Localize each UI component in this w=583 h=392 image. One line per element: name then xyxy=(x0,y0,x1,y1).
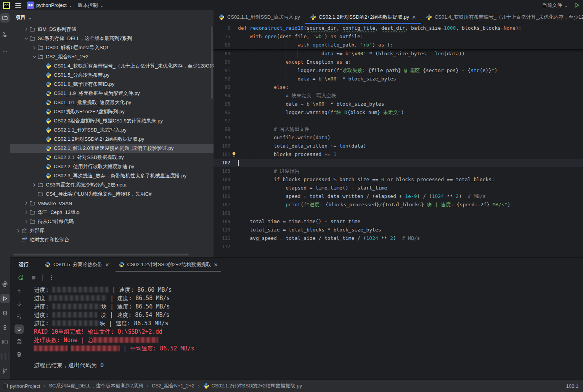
more-vertical-icon[interactable] xyxy=(47,273,56,282)
tree-item[interactable]: CS02.2.1_针对SSD数据提取.py xyxy=(10,153,214,162)
stop-icon[interactable] xyxy=(29,273,38,282)
code-line[interactable]: 108 xyxy=(214,209,583,217)
chevron-right-icon[interactable] xyxy=(23,200,29,206)
chevron-right-icon[interactable] xyxy=(23,26,29,32)
tree-item[interactable]: 外部库 xyxy=(10,226,214,235)
editor-tab[interactable]: CS02.1.1_针对SSD_流式写入.py xyxy=(214,10,305,24)
tree-horizontal-scrollbar[interactable] xyxy=(13,254,189,255)
tree-item[interactable]: CS4_导出客户LUN为镜像文件_待转移，先用C# xyxy=(10,190,214,199)
tree-item[interactable]: CS2_组合N+1_2+2 xyxy=(10,52,214,61)
tree-vertical-scrollbar[interactable] xyxy=(211,26,213,99)
code-line[interactable]: 90except Exception as e: xyxy=(214,58,583,66)
breadcrumb-item[interactable]: SC系列存储_DELL，这个版本最高到7系列 xyxy=(49,382,143,389)
close-icon[interactable]: ✕ xyxy=(105,262,109,267)
intention-bulb-icon[interactable] xyxy=(230,150,238,159)
tree-item[interactable]: CS02.1.2针对SSD的2+2结构数据提取.py xyxy=(10,135,214,144)
close-icon[interactable]: ✕ xyxy=(214,262,218,267)
arrow-up-icon[interactable] xyxy=(14,287,24,296)
code-line[interactable]: 102 xyxy=(214,159,583,167)
tree-item[interactable]: CS01.6_赋予所有条带ID.py xyxy=(10,80,214,89)
code-area[interactable]: 89data += b'\x00' * (block_size_bytes - … xyxy=(214,50,583,257)
chevron-right-icon[interactable] xyxy=(31,45,37,51)
python-packages-icon[interactable] xyxy=(0,280,10,289)
tree-item[interactable]: CS01提取N+1or2+2虚拟阵列.py xyxy=(10,107,214,116)
tree-item[interactable]: CS00_解析0层meta导入SQL xyxy=(10,43,214,52)
code-line[interactable]: 110total_size = total_blocks * block_siz… xyxy=(214,226,583,234)
code-line[interactable]: 96logger.warning(f"块 D{block_num} 未定义") xyxy=(214,108,583,117)
trash-icon[interactable] xyxy=(14,350,24,359)
vcs-widget[interactable]: 版本控制 ⌄ xyxy=(78,2,104,9)
tree-item[interactable]: CS02.3_再次提速_放弃，条带随机性太多了机械盘速度慢.py xyxy=(10,171,214,180)
breadcrumb-item[interactable]: CS2_组合N+1_2+2 xyxy=(152,382,194,389)
code-line[interactable]: 98# 写入输出文件 xyxy=(214,125,583,133)
scroll-to-end-icon[interactable] xyxy=(14,325,24,334)
more-tool-windows-icon[interactable] xyxy=(0,47,10,56)
run-icon[interactable] xyxy=(0,294,10,303)
code-line[interactable]: 103# 进度报告 xyxy=(214,167,583,175)
terminal-icon[interactable] xyxy=(0,337,10,347)
code-line[interactable]: 94# 块未定义，写入空块 xyxy=(214,92,583,100)
code-line[interactable]: 6def reconstruct_raid10(source_dir, conf… xyxy=(214,24,583,32)
run-configuration-selector[interactable]: 当前文件 ⌄ xyxy=(542,2,568,9)
tree-item[interactable]: CS02.2_使用并行读取大幅度加速.py xyxy=(10,162,214,171)
chevron-right-icon[interactable] xyxy=(23,218,29,225)
tree-item[interactable]: CS01.5_分离冷热条带.py xyxy=(10,71,214,80)
editor-tab[interactable]: CS02.1.2针对SSD的2+2结构数据提取.py✕ xyxy=(305,10,421,24)
project-folder-icon[interactable] xyxy=(0,13,10,22)
tree-item[interactable]: CS01_01_批量提取_速度最大化.py xyxy=(10,98,214,107)
tree-item[interactable]: 待从C#转移代码 xyxy=(10,217,214,226)
code-line[interactable]: 107print(f"进度: {blocks_processed}/{total… xyxy=(214,201,583,209)
breadcrumb-item[interactable]: pythonProject xyxy=(4,383,40,389)
code-line[interactable]: 93else: xyxy=(214,83,583,92)
code-line[interactable]: 97 xyxy=(214,117,583,125)
chevron-down-icon[interactable] xyxy=(31,54,37,60)
rerun-icon[interactable] xyxy=(16,273,25,282)
services-icon[interactable] xyxy=(0,308,10,318)
tree-item[interactable]: CS02.1.1_针对SSD_流式写入.py xyxy=(10,125,214,135)
close-icon[interactable]: ✕ xyxy=(412,15,416,20)
code-line[interactable]: 100total_data_written += len(data) xyxy=(214,142,583,150)
code-line[interactable]: 105elapsed = time.time() - start_time xyxy=(214,184,583,192)
chevron-right-icon[interactable] xyxy=(31,182,37,188)
arrow-down-icon[interactable] xyxy=(14,299,24,308)
chevron-right-icon[interactable] xyxy=(15,228,21,234)
code-line[interactable]: 85with open(file_path, 'rb') as f: xyxy=(214,41,583,49)
soft-wrap-icon[interactable] xyxy=(14,312,24,321)
tree-item[interactable]: CS01_1.9_将元数据生成为配置文件.py xyxy=(10,89,214,98)
print-icon[interactable] xyxy=(14,337,24,346)
tree-item[interactable]: CS01.4_获取所有条带编号_（几十上百亿计算_未优化内存，至少128G内存来… xyxy=(10,61,214,71)
project-panel-header[interactable]: 项目 ⌄ xyxy=(10,10,214,25)
tree-item[interactable]: SC系列存储_DELL，这个版本最高到7系列 xyxy=(10,34,214,43)
code-line[interactable]: 101blocks_processed += 1 xyxy=(214,150,583,159)
project-selector[interactable]: PP pythonProject ⌄ xyxy=(27,2,72,9)
tree-item[interactable]: CS02.1_解决2.0重组速度慢的问题_取消了校验验证.py xyxy=(10,144,214,153)
breadcrumb-item[interactable]: CS02.1.2针对SSD的2+2结构数据提取.py xyxy=(203,382,302,389)
run-button[interactable] xyxy=(573,2,580,8)
code-line[interactable]: 91logger.error(f"读取失败: {file_path} @ 扇区 … xyxy=(214,66,583,75)
code-line[interactable]: 92data = b'\x00' * block_size_bytes xyxy=(214,75,583,83)
editor-tab[interactable]: CS02.1.2针对SSD的2+2结构数据提取✕ xyxy=(114,258,223,272)
caret-position[interactable]: 102:1 xyxy=(566,383,579,389)
code-line[interactable]: 95data = b'\x00' * block_size_bytes xyxy=(214,100,583,108)
tree-item[interactable]: 临时文件和控制台 xyxy=(10,235,214,244)
tree-item[interactable]: VMware_VSAN xyxy=(10,199,214,208)
chevron-down-icon[interactable] xyxy=(23,35,29,42)
redacted-icon[interactable] xyxy=(0,352,10,361)
structure-icon[interactable] xyxy=(0,30,10,39)
chevron-right-icon[interactable] xyxy=(23,209,29,215)
code-line[interactable]: 111avg_speed = total_size / total_time /… xyxy=(214,234,583,243)
code-line[interactable]: 89data += b'\x00' * (block_size_bytes - … xyxy=(214,50,583,58)
hexagon-play-icon[interactable] xyxy=(0,323,10,332)
code-line[interactable]: 104if blocks_processed % batch_size == 0… xyxy=(214,175,583,184)
code-line[interactable]: 109total_time = time.time() - start_time xyxy=(214,217,583,226)
tree-item[interactable]: CS3内置文件系统冷热分离_2层meta xyxy=(10,180,214,190)
code-line[interactable]: 112 xyxy=(214,243,583,251)
tree-item[interactable]: CS02.0组合虚拟阵列_根据CS1.9的计算结果来.py xyxy=(10,116,214,125)
main-menu-icon[interactable] xyxy=(15,3,21,8)
tree-item[interactable]: IBM_DS系列存储 xyxy=(10,25,214,34)
tree-item[interactable]: 华三_Ceph_12版本 xyxy=(10,208,214,217)
version-control-icon[interactable] xyxy=(0,366,10,376)
editor-tab[interactable]: CS01.4_获取所有条带编号_（几十上百亿计算_未优化内存，至少128G内存来… xyxy=(421,10,583,24)
editor-tab[interactable]: CS01.5_分离冷热条带✕ xyxy=(40,258,114,272)
code-line[interactable]: 99outfile.write(data) xyxy=(214,133,583,142)
